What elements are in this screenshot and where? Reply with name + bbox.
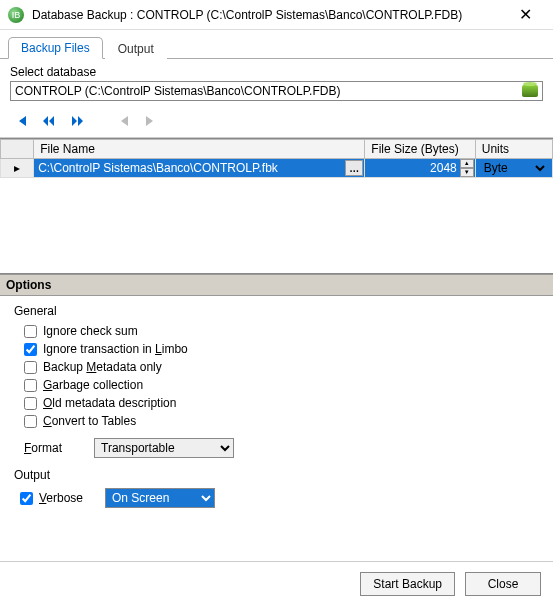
label-metadata-only[interactable]: Backup Metadata only (43, 360, 162, 374)
cell-file-name[interactable]: C:\ControlP Sistemas\Banco\CONTROLP.fbk … (34, 159, 365, 178)
verbose-select[interactable]: On Screen (105, 488, 215, 508)
col-file-name[interactable]: File Name (34, 140, 365, 159)
checkbox-ignore-checksum[interactable] (24, 325, 37, 338)
label-verbose[interactable]: Verbose (39, 491, 105, 505)
label-ignore-limbo[interactable]: Ignore transaction in Limbo (43, 342, 188, 356)
content: Select database File Nam (0, 59, 553, 606)
grid-toolbar (0, 105, 553, 138)
window-title: Database Backup : CONTROLP (C:\ControlP … (32, 8, 505, 22)
close-button[interactable]: Close (465, 572, 541, 596)
cell-file-size[interactable]: 2048 ▲▼ (365, 159, 475, 178)
options-panel: General Ignore check sum Ignore transact… (0, 296, 553, 462)
tabbar: Backup Files Output (0, 30, 553, 59)
toolbar-btn-add (112, 111, 134, 131)
checkbox-old-metadata[interactable] (24, 397, 37, 410)
options-header: Options (0, 274, 553, 296)
db-input-row (10, 81, 543, 101)
toolbar-btn-prev[interactable] (38, 111, 60, 131)
grid-empty-area (0, 178, 553, 273)
cell-units[interactable]: Byte (475, 159, 552, 178)
format-label: Format (24, 441, 94, 455)
row-marker-icon: ▸ (1, 159, 34, 178)
checkbox-verbose[interactable] (20, 492, 33, 505)
file-browse-button[interactable]: … (345, 160, 363, 176)
size-spinner[interactable]: ▲▼ (460, 159, 474, 177)
cell-file-name-text: C:\ControlP Sistemas\Banco\CONTROLP.fbk (38, 161, 278, 175)
toolbar-btn-next[interactable] (66, 111, 88, 131)
checkbox-convert-tables[interactable] (24, 415, 37, 428)
output-section: Output Verbose On Screen (0, 462, 553, 518)
tab-backup-files[interactable]: Backup Files (8, 37, 103, 59)
col-units[interactable]: Units (475, 140, 552, 159)
label-old-metadata[interactable]: Old metadata description (43, 396, 176, 410)
output-label: Output (14, 468, 539, 482)
format-select[interactable]: Transportable (94, 438, 234, 458)
units-select[interactable]: Byte (480, 160, 548, 176)
start-backup-button[interactable]: Start Backup (360, 572, 455, 596)
database-icon[interactable] (522, 85, 538, 97)
db-input[interactable] (15, 84, 522, 98)
select-db-label: Select database (10, 65, 543, 79)
select-db-section: Select database (0, 59, 553, 105)
checkbox-metadata-only[interactable] (24, 361, 37, 374)
toolbar-btn-remove (140, 111, 162, 131)
grid-corner (1, 140, 34, 159)
footer: Start Backup Close (0, 561, 553, 606)
checkbox-garbage[interactable] (24, 379, 37, 392)
checkbox-ignore-limbo[interactable] (24, 343, 37, 356)
general-label: General (14, 304, 539, 318)
table-row[interactable]: ▸ C:\ControlP Sistemas\Banco\CONTROLP.fb… (1, 159, 553, 178)
app-icon: IB (8, 7, 24, 23)
cell-file-size-text: 2048 (430, 161, 457, 175)
files-grid: File Name File Size (Bytes) Units ▸ C:\C… (0, 138, 553, 274)
close-window-button[interactable]: ✕ (505, 5, 545, 24)
titlebar: IB Database Backup : CONTROLP (C:\Contro… (0, 0, 553, 30)
label-ignore-checksum[interactable]: Ignore check sum (43, 324, 138, 338)
col-file-size[interactable]: File Size (Bytes) (365, 140, 475, 159)
label-convert-tables[interactable]: Convert to Tables (43, 414, 136, 428)
toolbar-btn-first[interactable] (10, 111, 32, 131)
label-garbage[interactable]: Garbage collection (43, 378, 143, 392)
tab-output[interactable]: Output (105, 38, 167, 59)
